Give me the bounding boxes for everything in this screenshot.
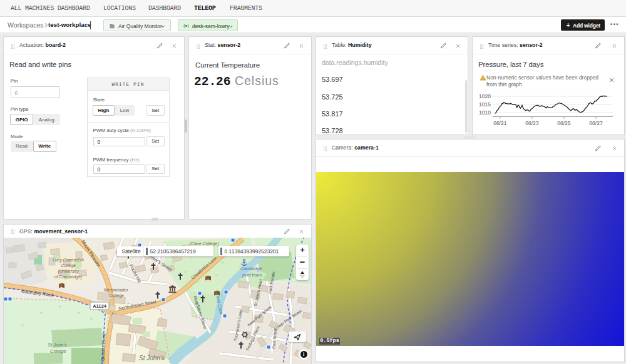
svg-text:of Cambridge): of Cambridge) [54,275,82,280]
svg-text:1010: 1010 [479,109,491,116]
svg-text:1020: 1020 [479,93,491,99]
svg-text:06/23: 06/23 [525,120,539,126]
svg-text:Lucy Cavendish: Lucy Cavendish [53,258,84,263]
svg-text:1015: 1015 [479,101,491,108]
svg-text:06/25: 06/25 [557,120,571,126]
svg-text:Westminster: Westminster [104,288,128,292]
svg-text:punt tours: punt tours [242,273,262,278]
svg-text:College: College [50,348,66,354]
svg-text:A1134: A1134 [93,303,107,309]
svg-text:06/27: 06/27 [589,120,603,126]
svg-text:College: College [61,263,76,268]
svg-text:(University: (University [58,269,79,274]
svg-text:College: College [109,293,124,298]
svg-text:06/21: 06/21 [493,120,507,126]
svg-text:Cambridge: Cambridge [240,266,262,271]
svg-text:St John's: St John's [48,342,67,348]
svg-text:St John's: St John's [139,355,165,361]
